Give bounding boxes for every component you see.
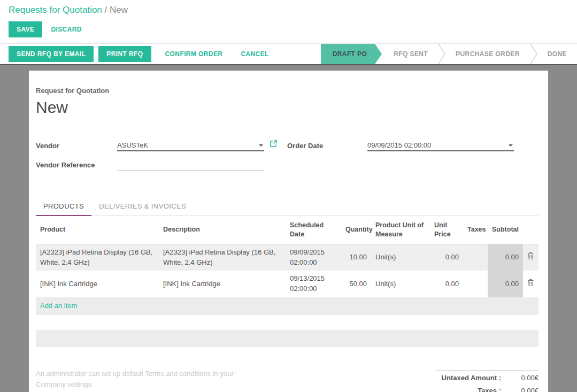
- untaxed-amount-label: Untaxed Amount :: [436, 374, 501, 382]
- vendor-label: Vendor: [36, 142, 117, 151]
- chevron-separator-icon: [530, 44, 537, 64]
- cell-scheduled-date[interactable]: 09/13/2015 02:00:00: [286, 271, 341, 297]
- chevron-down-icon[interactable]: [259, 144, 263, 147]
- table-row[interactable]: [A2323] iPad Retina Display (16 GB, Whit…: [36, 244, 538, 271]
- order-date-label: Order Date: [287, 142, 367, 151]
- field-group: Vendor ASUSTeK Vendor Reference: [36, 140, 538, 179]
- breadcrumb-separator: /: [105, 5, 107, 15]
- cancel-button[interactable]: CANCEL: [241, 50, 268, 58]
- cell-description[interactable]: [A2323] iPad Retina Display (16 GB, Whit…: [159, 244, 286, 271]
- form-canvas: Request for Quotation New Vendor ASUSTeK…: [0, 64, 577, 392]
- cell-taxes[interactable]: [463, 244, 488, 271]
- col-header-uom: Product Unit of Measure: [371, 216, 430, 244]
- cell-quantity[interactable]: 50.00: [341, 271, 371, 297]
- discard-button[interactable]: DISCARD: [51, 26, 81, 33]
- send-rfq-by-email-button[interactable]: SEND RFQ BY EMAIL: [9, 46, 94, 62]
- form-sheet: Request for Quotation New Vendor ASUSTeK…: [29, 71, 548, 392]
- cell-product[interactable]: [INK] Ink Cartridge: [36, 271, 159, 297]
- vendor-field[interactable]: ASUSTeK: [117, 141, 264, 151]
- col-header-quantity: Quantity: [341, 216, 371, 244]
- col-header-description: Description: [159, 216, 286, 244]
- col-header-scheduled-date: Scheduled Date: [286, 216, 341, 244]
- taxes-value: 0.00€: [506, 387, 538, 392]
- statusbar-step-purchase-order[interactable]: PURCHASE ORDER: [445, 44, 530, 64]
- open-record-icon[interactable]: [270, 140, 278, 151]
- col-header-taxes: Taxes: [463, 216, 488, 244]
- taxes-label: Taxes :: [436, 387, 501, 392]
- vendor-value: ASUSTeK: [117, 141, 148, 149]
- record-actions: SAVE DISCARD: [0, 18, 577, 43]
- breadcrumb: Requests for Quotation / New: [0, 0, 577, 18]
- add-an-item-link[interactable]: Add an item: [36, 297, 538, 315]
- untaxed-amount-value: 0.00€: [506, 374, 538, 382]
- cell-subtotal: 0.00: [488, 271, 523, 297]
- chevron-separator-icon: [438, 44, 445, 64]
- list-footer-bar: [36, 330, 538, 347]
- save-button[interactable]: SAVE: [9, 21, 42, 37]
- breadcrumb-current: New: [110, 5, 128, 15]
- print-rfq-button[interactable]: PRINT RFQ: [98, 46, 151, 62]
- breadcrumb-parent-link[interactable]: Requests for Quotation: [9, 5, 102, 15]
- statusbar-step-done[interactable]: DONE: [537, 44, 577, 64]
- statusbar-step-rfq-sent[interactable]: RFQ SENT: [383, 44, 438, 64]
- cell-taxes[interactable]: [463, 271, 488, 297]
- action-toolbar: SEND RFQ BY EMAIL PRINT RFQ CONFIRM ORDE…: [0, 43, 577, 64]
- sheet-label: Request for Quotation: [36, 87, 538, 95]
- col-header-actions: [523, 216, 538, 244]
- statusbar-step-draft-po[interactable]: DRAFT PO: [321, 44, 375, 64]
- cell-subtotal: 0.00: [488, 244, 523, 271]
- tab-products[interactable]: PRODUCTS: [36, 198, 91, 216]
- cell-uom[interactable]: Unit(s): [371, 244, 430, 271]
- statusbar: DRAFT PO RFQ SENT PURCHASE ORDER DONE: [321, 44, 577, 64]
- vendor-reference-field[interactable]: [117, 160, 264, 171]
- vendor-reference-label: Vendor Reference: [36, 161, 117, 171]
- page-title: New: [36, 98, 538, 117]
- cell-description[interactable]: [INK] Ink Cartridge: [159, 271, 286, 297]
- tab-deliveries-invoices[interactable]: DELIVERIES & INVOICES: [91, 198, 194, 216]
- table-row[interactable]: [INK] Ink Cartridge [INK] Ink Cartridge …: [36, 271, 538, 297]
- totals-summary: Untaxed Amount : 0.00€ Taxes : 0.00€ Tot…: [436, 371, 538, 392]
- terms-textarea[interactable]: [36, 368, 261, 392]
- notebook-tabs: PRODUCTS DELIVERIES & INVOICES: [36, 198, 538, 216]
- confirm-order-button[interactable]: CONFIRM ORDER: [165, 50, 223, 58]
- col-header-subtotal: Subtotal: [488, 216, 523, 244]
- delete-row-icon[interactable]: [523, 244, 538, 271]
- order-date-value: 09/09/2015 02:00:00: [367, 141, 431, 149]
- cell-uom[interactable]: Unit(s): [371, 271, 430, 297]
- cell-quantity[interactable]: 10.00: [341, 244, 371, 271]
- cell-product[interactable]: [A2323] iPad Retina Display (16 GB, Whit…: [36, 244, 159, 271]
- col-header-unit-price: Unit Price: [430, 216, 463, 244]
- terms-and-conditions-area: [36, 368, 261, 392]
- cell-scheduled-date[interactable]: 09/09/2015 02:00:00: [286, 244, 341, 271]
- cell-unit-price[interactable]: 0.00: [430, 271, 463, 297]
- cell-unit-price[interactable]: 0.00: [430, 244, 463, 271]
- delete-row-icon[interactable]: [523, 271, 538, 297]
- order-lines-table: Product Description Scheduled Date Quant…: [36, 216, 538, 315]
- col-header-product: Product: [36, 216, 159, 244]
- order-date-field[interactable]: 09/09/2015 02:00:00: [367, 141, 514, 151]
- chevron-down-icon[interactable]: [509, 144, 513, 147]
